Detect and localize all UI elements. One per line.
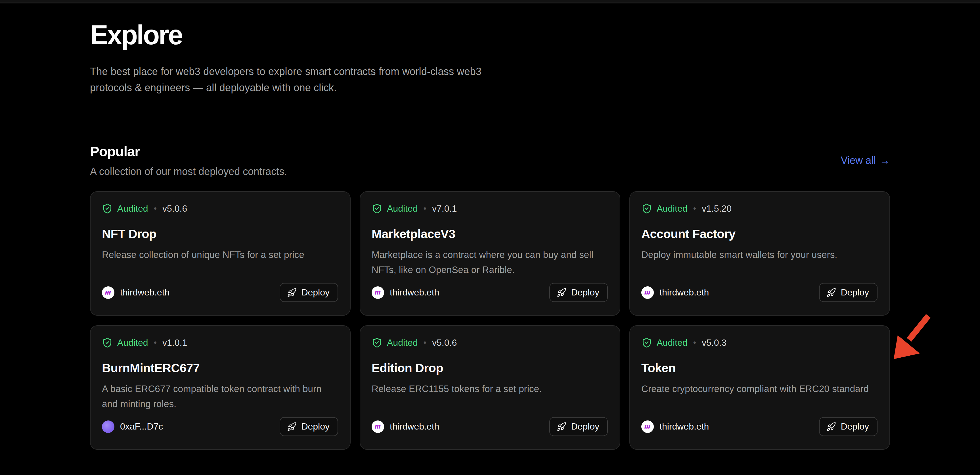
publisher-avatar xyxy=(102,421,115,433)
publisher-avatar xyxy=(372,421,384,433)
view-all-label: View all xyxy=(841,155,876,166)
separator-dot: • xyxy=(692,338,697,347)
contract-description: Release ERC1155 tokens for a set price. xyxy=(372,381,608,396)
card-header: Audited • v1.5.20 xyxy=(641,203,878,214)
popular-subtitle: A collection of our most deployed contra… xyxy=(90,166,287,178)
deploy-label: Deploy xyxy=(571,421,599,432)
deploy-label: Deploy xyxy=(841,421,869,432)
contract-title[interactable]: MarketplaceV3 xyxy=(372,227,608,241)
page-title: Explore xyxy=(90,19,890,51)
card-footer: 0xaF...D7c Deploy xyxy=(102,417,338,436)
contract-title[interactable]: BurnMintERC677 xyxy=(102,361,338,375)
shield-check-icon xyxy=(102,337,113,348)
annotation-red-arrow xyxy=(890,311,935,363)
contract-title[interactable]: NFT Drop xyxy=(102,227,338,241)
contract-card[interactable]: Audited • v7.0.1 MarketplaceV3 Marketpla… xyxy=(360,191,620,316)
publisher[interactable]: thirdweb.eth xyxy=(641,421,709,433)
card-footer: thirdweb.eth Deploy xyxy=(102,283,338,302)
separator-dot: • xyxy=(422,204,428,214)
version-label: v7.0.1 xyxy=(432,203,457,214)
contract-description: Release collection of unique NFTs for a … xyxy=(102,247,338,262)
audited-badge: Audited xyxy=(657,203,687,214)
separator-dot: • xyxy=(422,338,428,347)
contract-description: A basic ERC677 compatible token contract… xyxy=(102,381,338,412)
top-nav-edge xyxy=(0,0,980,3)
thirdweb-logo-icon xyxy=(104,289,113,297)
shield-check-icon xyxy=(102,203,113,214)
thirdweb-logo-icon xyxy=(374,422,382,431)
contract-title[interactable]: Edition Drop xyxy=(372,361,608,375)
shield-check-icon xyxy=(641,203,652,214)
publisher-name: thirdweb.eth xyxy=(390,287,439,298)
publisher-name: 0xaF...D7c xyxy=(120,421,163,432)
rocket-icon xyxy=(557,288,566,297)
contract-card[interactable]: Audited • v5.0.3 Token Create cryptocurr… xyxy=(629,325,890,450)
deploy-label: Deploy xyxy=(301,421,329,432)
contract-title[interactable]: Token xyxy=(641,361,878,375)
publisher[interactable]: 0xaF...D7c xyxy=(102,421,163,433)
contract-card[interactable]: Audited • v1.5.20 Account Factory Deploy… xyxy=(629,191,890,316)
deploy-button[interactable]: Deploy xyxy=(819,417,878,436)
publisher-avatar xyxy=(372,286,384,299)
contract-description: Marketplace is a contract where you can … xyxy=(372,247,608,277)
publisher-name: thirdweb.eth xyxy=(660,421,709,432)
thirdweb-logo-icon xyxy=(643,289,652,297)
publisher-name: thirdweb.eth xyxy=(390,421,439,432)
deploy-label: Deploy xyxy=(301,287,329,298)
shield-check-icon xyxy=(641,337,652,348)
deploy-button[interactable]: Deploy xyxy=(549,417,608,436)
deploy-button[interactable]: Deploy xyxy=(280,283,338,302)
card-header: Audited • v5.0.6 xyxy=(102,203,338,214)
deploy-label: Deploy xyxy=(571,287,599,298)
card-header: Audited • v5.0.3 xyxy=(641,337,878,348)
rocket-icon xyxy=(557,422,566,432)
popular-heading: Popular xyxy=(90,143,287,159)
card-footer: thirdweb.eth Deploy xyxy=(372,417,608,436)
shield-check-icon xyxy=(372,203,382,214)
contract-description: Deploy immutable smart wallets for your … xyxy=(641,247,878,262)
popular-section-header: Popular A collection of our most deploye… xyxy=(90,143,890,178)
audited-badge: Audited xyxy=(117,338,148,348)
deploy-button[interactable]: Deploy xyxy=(549,283,608,302)
publisher[interactable]: thirdweb.eth xyxy=(372,421,439,433)
publisher[interactable]: thirdweb.eth xyxy=(641,286,709,299)
deploy-button[interactable]: Deploy xyxy=(280,417,338,436)
contract-title[interactable]: Account Factory xyxy=(641,227,878,241)
arrow-right-icon: → xyxy=(880,155,890,166)
rocket-icon xyxy=(826,422,836,432)
contracts-grid: Audited • v5.0.6 NFT Drop Release collec… xyxy=(90,191,890,450)
contract-card[interactable]: Audited • v5.0.6 NFT Drop Release collec… xyxy=(90,191,351,316)
rocket-icon xyxy=(287,288,297,297)
shield-check-icon xyxy=(372,337,382,348)
publisher-name: thirdweb.eth xyxy=(120,287,170,298)
audited-badge: Audited xyxy=(657,338,687,348)
separator-dot: • xyxy=(692,204,697,214)
contract-card[interactable]: Audited • v1.0.1 BurnMintERC677 A basic … xyxy=(90,325,351,450)
card-footer: thirdweb.eth Deploy xyxy=(641,417,878,436)
publisher[interactable]: thirdweb.eth xyxy=(372,286,439,299)
card-header: Audited • v5.0.6 xyxy=(372,337,608,348)
version-label: v5.0.6 xyxy=(432,338,457,348)
deploy-label: Deploy xyxy=(841,287,869,298)
contract-card[interactable]: Audited • v5.0.6 Edition Drop Release ER… xyxy=(360,325,620,450)
separator-dot: • xyxy=(153,338,158,347)
view-all-link[interactable]: View all → xyxy=(841,155,890,166)
version-label: v5.0.3 xyxy=(702,338,727,348)
card-header: Audited • v7.0.1 xyxy=(372,203,608,214)
rocket-icon xyxy=(826,288,836,297)
publisher[interactable]: thirdweb.eth xyxy=(102,286,170,299)
card-footer: thirdweb.eth Deploy xyxy=(641,283,878,302)
page-description: The best place for web3 developers to ex… xyxy=(90,64,516,96)
audited-badge: Audited xyxy=(117,203,148,214)
publisher-avatar xyxy=(102,286,115,299)
version-label: v5.0.6 xyxy=(162,203,187,214)
thirdweb-logo-icon xyxy=(643,422,652,431)
contract-description: Create cryptocurrency compliant with ERC… xyxy=(641,381,878,396)
version-label: v1.5.20 xyxy=(702,203,732,214)
thirdweb-logo-icon xyxy=(374,289,382,297)
audited-badge: Audited xyxy=(387,203,418,214)
audited-badge: Audited xyxy=(387,338,418,348)
deploy-button[interactable]: Deploy xyxy=(819,283,878,302)
card-header: Audited • v1.0.1 xyxy=(102,337,338,348)
rocket-icon xyxy=(287,422,297,432)
